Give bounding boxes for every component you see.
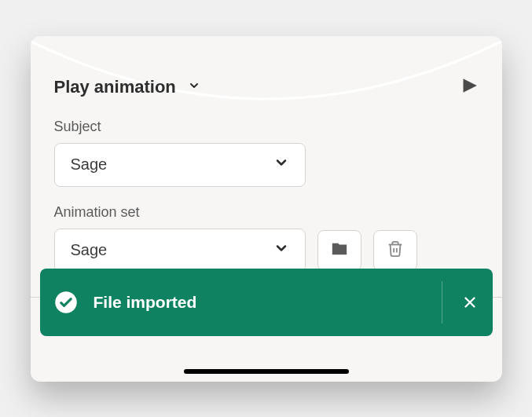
animation-set-select[interactable]: Sage [54,229,306,273]
play-icon [458,85,479,98]
toast-divider [442,281,442,324]
toast-close-button[interactable] [461,294,479,311]
panel-title-toggle[interactable]: Play animation [54,77,200,97]
subject-value: Sage [71,155,108,174]
play-button[interactable] [458,75,479,99]
delete-button[interactable] [373,230,417,271]
animation-panel: Play animation Subject Sage [31,36,502,382]
toast-notification: File imported [40,269,493,336]
animation-set-label: Animation set [54,204,479,221]
chevron-down-icon [188,79,200,95]
chevron-down-icon [273,240,289,260]
toast-message: File imported [94,293,423,312]
check-circle-icon [54,291,78,314]
chevron-down-icon [273,155,289,174]
close-icon [461,300,479,313]
subject-label: Subject [54,119,479,135]
panel-title: Play animation [54,77,176,97]
folder-icon [330,240,349,261]
home-indicator[interactable] [184,369,349,374]
open-folder-button[interactable] [317,230,361,271]
subject-select[interactable]: Sage [54,143,306,187]
trash-icon [386,240,405,261]
animation-set-value: Sage [71,241,108,259]
svg-marker-0 [463,79,476,92]
